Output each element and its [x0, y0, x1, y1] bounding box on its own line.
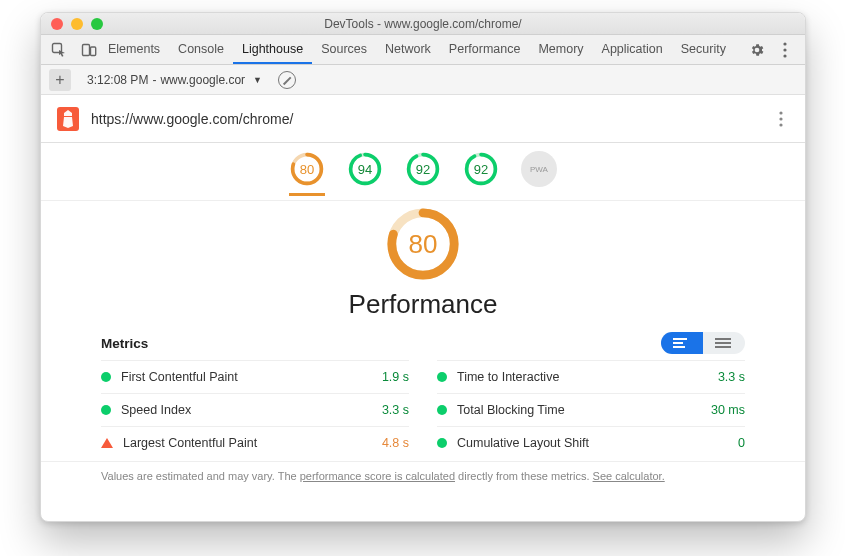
dial-accessibility[interactable]: 94 [347, 151, 383, 196]
metric-value: 3.3 s [382, 403, 409, 417]
lh-url-bar: https://www.google.com/chrome/ [41, 95, 805, 143]
metric-tti: Time to Interactive 3.3 s [437, 360, 745, 393]
svg-point-7 [779, 117, 782, 120]
svg-rect-21 [673, 346, 685, 348]
metric-value: 3.3 s [718, 370, 745, 384]
report-selector[interactable]: 3:12:08 PM - www.google.cor ▼ [81, 73, 268, 87]
tab-performance[interactable]: Performance [440, 35, 530, 64]
see-calculator-link[interactable]: See calculator. [593, 470, 665, 482]
view-detailed-icon[interactable] [661, 332, 703, 354]
report-menu-icon[interactable] [773, 111, 789, 127]
tab-lighthouse[interactable]: Lighthouse [233, 35, 312, 64]
status-good-icon [437, 405, 447, 415]
tab-sources[interactable]: Sources [312, 35, 376, 64]
metric-fcp: First Contentful Paint 1.9 s [101, 360, 409, 393]
svg-rect-1 [83, 44, 90, 55]
category-dials: 80 94 92 92 PWA [41, 143, 805, 201]
clear-icon[interactable] [278, 71, 296, 89]
metric-cls: Cumulative Layout Shift 0 [437, 426, 745, 459]
window-title: DevTools - www.google.com/chrome/ [41, 17, 805, 31]
metric-value: 0 [738, 436, 745, 450]
lh-context-bar: + 3:12:08 PM - www.google.cor ▼ [41, 65, 805, 95]
metrics-footnote: Values are estimated and may vary. The p… [41, 461, 805, 482]
svg-rect-19 [673, 338, 687, 340]
dial-pwa[interactable]: PWA [521, 151, 557, 196]
tab-network[interactable]: Network [376, 35, 440, 64]
metric-value: 1.9 s [382, 370, 409, 384]
metric-value: 4.8 s [382, 436, 409, 450]
svg-point-5 [783, 54, 786, 57]
tab-memory[interactable]: Memory [529, 35, 592, 64]
category-score: 80 [384, 205, 462, 283]
svg-rect-24 [715, 346, 731, 348]
metrics-heading: Metrics [101, 336, 148, 351]
metric-si: Speed Index 3.3 s [101, 393, 409, 426]
dial-seo[interactable]: 92 [463, 151, 499, 196]
svg-point-3 [783, 42, 786, 45]
metrics-view-toggle[interactable] [661, 332, 745, 354]
svg-point-4 [783, 48, 786, 51]
status-good-icon [437, 372, 447, 382]
view-compact-icon[interactable] [703, 332, 745, 354]
dial-performance[interactable]: 80 [289, 151, 325, 196]
tab-console[interactable]: Console [169, 35, 233, 64]
tab-security[interactable]: Security [672, 35, 735, 64]
svg-rect-22 [715, 338, 731, 340]
devtools-window: DevTools - www.google.com/chrome/ Elemen… [40, 12, 806, 522]
new-report-button[interactable]: + [49, 69, 71, 91]
metric-tbt: Total Blocking Time 30 ms [437, 393, 745, 426]
tab-application[interactable]: Application [593, 35, 672, 64]
dial-best-practices[interactable]: 92 [405, 151, 441, 196]
device-icon[interactable] [79, 40, 99, 60]
svg-rect-20 [673, 342, 683, 344]
devtools-tabs: Elements Console Lighthouse Sources Netw… [41, 35, 805, 65]
category-title: Performance [41, 289, 805, 320]
status-warn-icon [101, 438, 113, 448]
window-titlebar: DevTools - www.google.com/chrome/ [41, 13, 805, 35]
tab-elements[interactable]: Elements [99, 35, 169, 64]
category-score-dial: 80 [384, 205, 462, 283]
metric-value: 30 ms [711, 403, 745, 417]
category-summary: 80 Performance [41, 201, 805, 324]
gear-icon[interactable] [749, 42, 765, 58]
status-good-icon [437, 438, 447, 448]
score-calc-link[interactable]: performance score is calculated [300, 470, 455, 482]
metrics-grid: First Contentful Paint 1.9 s Time to Int… [101, 360, 745, 459]
svg-point-8 [779, 123, 782, 126]
inspect-icon[interactable] [49, 40, 69, 60]
lighthouse-icon [57, 107, 79, 131]
metric-lcp: Largest Contentful Paint 4.8 s [101, 426, 409, 459]
more-icon[interactable] [777, 42, 793, 58]
svg-rect-23 [715, 342, 731, 344]
chevron-down-icon: ▼ [253, 75, 262, 85]
svg-rect-2 [91, 47, 96, 56]
report-url: https://www.google.com/chrome/ [91, 111, 773, 127]
status-good-icon [101, 405, 111, 415]
svg-point-6 [779, 111, 782, 114]
status-good-icon [101, 372, 111, 382]
